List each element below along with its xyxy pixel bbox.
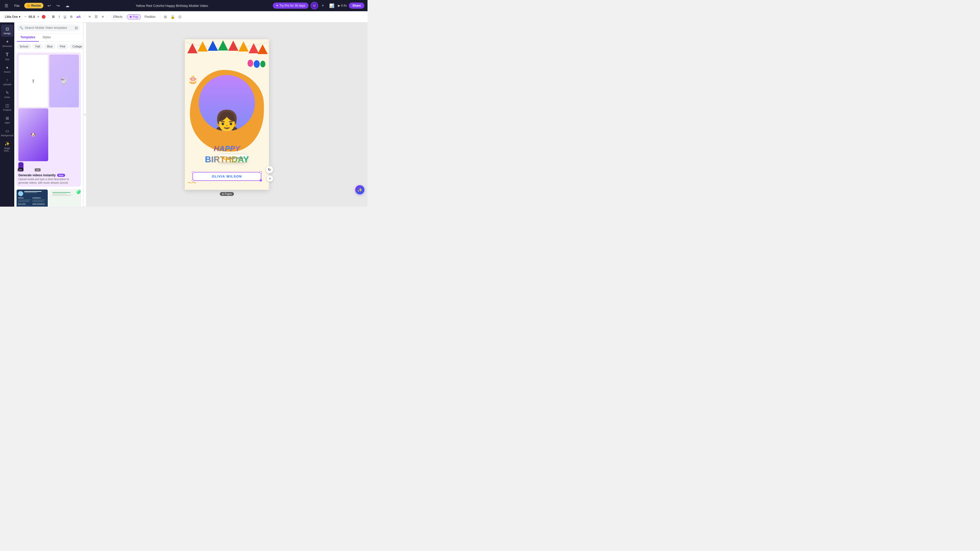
sidebar-item-design[interactable]: ⊡ Design bbox=[1, 24, 13, 37]
font-size-decrease-button[interactable]: − bbox=[24, 14, 27, 19]
svg-marker-6 bbox=[228, 41, 239, 51]
upload-icon: ⬆ bbox=[31, 78, 35, 84]
effects-button[interactable]: Effects bbox=[110, 14, 125, 20]
generate-video-card[interactable]: ⬆ 🐩 🐶 4.0s Generate videos instantly bbox=[16, 52, 81, 187]
add-element-button[interactable]: + bbox=[267, 176, 273, 182]
play-icon-small: ▶ bbox=[338, 4, 340, 7]
sidebar-item-label-brand: Brand bbox=[4, 71, 10, 73]
font-color-picker[interactable] bbox=[41, 15, 46, 19]
sidebar-item-draw[interactable]: ✎ Draw bbox=[1, 88, 13, 100]
cloud-save-button[interactable]: ☁ bbox=[64, 2, 71, 9]
timer-10s: 10s bbox=[18, 168, 24, 171]
align-left-button[interactable]: ≡ bbox=[87, 14, 92, 19]
timer-button[interactable]: ▶ 9.9s bbox=[338, 4, 347, 7]
draw-icon: ✎ bbox=[6, 90, 9, 95]
brand-icon: ♦ bbox=[6, 65, 8, 70]
analytics-button[interactable]: 📊 bbox=[328, 2, 336, 9]
sidebar-item-magic-media[interactable]: ✨ Magic Med... bbox=[1, 139, 13, 154]
sidebar-item-label-text: Text bbox=[5, 58, 10, 61]
strikethrough-button[interactable]: S bbox=[69, 14, 74, 19]
resume-light-thumb: 👑 bbox=[50, 189, 81, 206]
svg-marker-8 bbox=[248, 43, 259, 53]
gen-description: Upload media and type a short descriptio… bbox=[18, 178, 79, 185]
resize-button[interactable]: ⬤ Resize bbox=[24, 3, 43, 8]
sidebar-item-elements[interactable]: ✦ Elements bbox=[1, 37, 13, 49]
undo-button[interactable]: ↩ bbox=[46, 2, 52, 9]
chip-school[interactable]: School bbox=[17, 44, 31, 49]
nav-right: ✦ Try Pro for 30 days U + 📊 ▶ 9.9s Share bbox=[273, 2, 364, 10]
gen-thumb-dog: 🐩 bbox=[49, 55, 79, 107]
gen-thumb-upload: ⬆ bbox=[18, 55, 48, 107]
sidebar-item-uploads[interactable]: ↑ Uploads bbox=[1, 76, 13, 88]
align-right-button[interactable]: ≡ bbox=[100, 14, 105, 19]
underline-button[interactable]: U bbox=[62, 14, 67, 19]
happy-text: HAPPY bbox=[187, 144, 266, 153]
resume-body: PROFILE EDUCATION LANGUAGES EXPERIENCE bbox=[18, 197, 46, 206]
chip-fall[interactable]: Fall bbox=[33, 44, 43, 49]
sidebar-item-text[interactable]: T Text bbox=[1, 50, 13, 63]
sidebar-item-apps[interactable]: ⊞ Apps bbox=[1, 114, 13, 126]
panel-content: ⬆ 🐩 🐶 4.0s Generate videos instantly bbox=[14, 51, 83, 206]
sidebar-item-projects[interactable]: ◫ Projects bbox=[1, 101, 13, 113]
photo-circle: 👧 bbox=[199, 75, 255, 131]
italic-button[interactable]: I bbox=[57, 14, 61, 19]
file-button[interactable]: File bbox=[12, 3, 22, 9]
new-badge: New bbox=[57, 174, 65, 177]
chip-blue[interactable]: Blue bbox=[44, 44, 56, 49]
position-button[interactable]: Position bbox=[142, 14, 158, 19]
canvas-wrapper: 🎂 👧 HAPPY BIRTHDAY OLIVIA WILSON bbox=[185, 39, 269, 190]
sidebar-item-brand[interactable]: ♦ Brand bbox=[1, 63, 13, 75]
text-style-button[interactable]: aA bbox=[75, 14, 82, 19]
search-box: 🔍 ⊟ bbox=[17, 24, 80, 31]
name-text-box[interactable]: OLIVIA WILSON bbox=[192, 172, 261, 181]
document-title: Yellow Red Colorful Happy Birthday Mobil… bbox=[73, 4, 270, 8]
grid-view-button[interactable]: ⊞ bbox=[163, 14, 168, 20]
chip-collage[interactable]: Collage bbox=[70, 44, 83, 49]
font-size-control: − 66.8 + bbox=[24, 14, 40, 19]
selection-handle-tr bbox=[260, 171, 262, 173]
selection-handle-bl bbox=[192, 179, 194, 181]
svg-marker-3 bbox=[197, 41, 208, 52]
avatar[interactable]: U bbox=[310, 2, 318, 10]
bunting-svg bbox=[185, 39, 269, 61]
svg-marker-9 bbox=[258, 44, 268, 54]
menu-button[interactable]: ☰ bbox=[3, 2, 10, 9]
selection-handle-br bbox=[260, 179, 262, 181]
hide-panel-button[interactable]: ‹ bbox=[83, 22, 86, 206]
panel-tabs: Templates Styles bbox=[14, 33, 83, 42]
pop-style-tag[interactable]: Pop bbox=[127, 14, 141, 19]
lock-button[interactable]: 🔒 bbox=[169, 14, 176, 20]
font-size-value: 66.8 bbox=[27, 15, 36, 19]
sidebar-item-label-design: Design bbox=[3, 32, 11, 35]
chip-pink[interactable]: Pink bbox=[57, 44, 68, 49]
selection-handle-tl bbox=[192, 171, 194, 173]
sidebar-item-background[interactable]: ▭ Background bbox=[1, 127, 13, 139]
magic-fab-button[interactable]: ✨ bbox=[355, 185, 364, 194]
avatar-placeholder bbox=[18, 191, 23, 196]
birthday-text: BIRTHDAY bbox=[186, 154, 268, 164]
tab-templates[interactable]: Templates bbox=[17, 33, 39, 41]
templates-panel: 🔍 ⊟ Templates Styles School Fall Blue Pi… bbox=[14, 22, 83, 206]
template-item-resume-dark[interactable]: PROFILE EDUCATION LANGUAGES EXPERIENCE bbox=[16, 189, 48, 206]
birthday-canvas[interactable]: 🎂 👧 HAPPY BIRTHDAY OLIVIA WILSON bbox=[185, 39, 269, 190]
sidebar-item-label-magic-media: Magic Med... bbox=[2, 147, 12, 152]
magic-media-icon: ✨ bbox=[5, 141, 10, 146]
align-center-button[interactable]: ☰ bbox=[94, 14, 99, 19]
try-pro-button[interactable]: ✦ Try Pro for 30 days bbox=[273, 3, 309, 9]
font-family-selector[interactable]: Lilita One ▾ bbox=[3, 14, 22, 20]
filter-button[interactable]: ⊟ bbox=[75, 26, 78, 30]
bold-button[interactable]: B bbox=[51, 14, 56, 19]
search-input[interactable] bbox=[25, 26, 73, 30]
crop-button[interactable]: ⊡ bbox=[177, 14, 183, 20]
plus-button[interactable]: + bbox=[320, 2, 326, 9]
font-size-increase-button[interactable]: + bbox=[37, 14, 40, 19]
canvas-area: 🎂 👧 HAPPY BIRTHDAY OLIVIA WILSON bbox=[86, 22, 368, 206]
tab-styles[interactable]: Styles bbox=[39, 33, 54, 41]
redo-button[interactable]: ↪ bbox=[55, 2, 61, 9]
gen-card-text: Generate videos instantly New Upload med… bbox=[18, 173, 79, 185]
rotate-button[interactable]: ↻ bbox=[266, 166, 273, 173]
share-button[interactable]: Share bbox=[349, 3, 364, 9]
svg-marker-2 bbox=[187, 43, 197, 53]
svg-marker-5 bbox=[218, 40, 228, 51]
template-item-resume-green[interactable]: 👑 bbox=[49, 189, 81, 206]
